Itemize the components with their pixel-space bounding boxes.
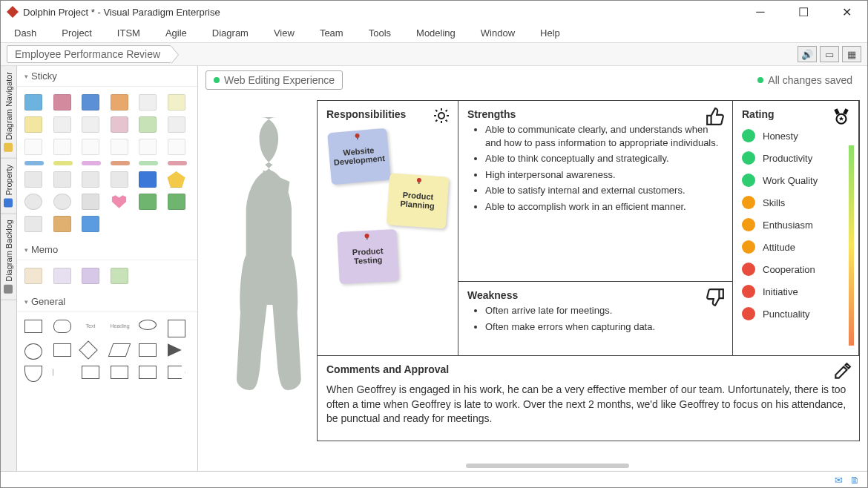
menu-view[interactable]: View <box>274 27 295 39</box>
palette-section-general[interactable]: General <box>17 291 197 312</box>
palette-shape-item[interactable] <box>53 171 71 188</box>
palette-shape-item[interactable] <box>139 171 157 188</box>
palette-sticky-item[interactable] <box>139 139 157 155</box>
palette-shape-item[interactable] <box>139 194 157 210</box>
menu-team[interactable]: Team <box>320 27 343 39</box>
menu-tools[interactable]: Tools <box>369 27 391 39</box>
maximize-button[interactable]: ☐ <box>789 5 818 19</box>
general-diamond[interactable] <box>79 340 97 359</box>
menu-modeling[interactable]: Modeling <box>416 27 456 39</box>
rating-item: Productivity <box>742 151 849 165</box>
sticky-note[interactable]: Product Planning <box>387 173 450 228</box>
palette-sticky-item[interactable] <box>24 94 42 111</box>
palette-sticky-item[interactable] <box>139 116 157 133</box>
breadcrumb[interactable]: Employee Performance Review <box>7 45 171 63</box>
toolbar-new-button[interactable]: ▦ <box>842 46 861 62</box>
palette-memo-item[interactable] <box>111 268 128 284</box>
palette-shape-item[interactable] <box>82 194 99 210</box>
palette-shape-item[interactable] <box>53 216 71 232</box>
palette-shape-item[interactable] <box>24 171 42 188</box>
palette-shape-item[interactable] <box>82 171 99 188</box>
general-octagon[interactable] <box>53 366 71 379</box>
palette-strip-item[interactable] <box>139 161 158 165</box>
palette-sticky-item[interactable] <box>24 139 42 155</box>
palette-sticky-item[interactable] <box>168 116 185 133</box>
palette-shape-item[interactable] <box>168 171 185 188</box>
minimize-button[interactable]: ─ <box>746 5 775 19</box>
rating-item: Skills <box>742 196 849 209</box>
close-button[interactable]: ✕ <box>832 5 861 19</box>
palette-shape-item[interactable] <box>168 194 185 210</box>
tab-property[interactable]: Property <box>1 159 16 214</box>
general-card[interactable] <box>111 366 128 379</box>
toolbar-layout-button[interactable]: ▭ <box>820 46 839 62</box>
general-text-icon[interactable]: Text <box>82 320 99 333</box>
menu-project[interactable]: Project <box>62 27 91 39</box>
menu-itsm[interactable]: ITSM <box>117 27 140 39</box>
general-rect[interactable] <box>24 320 42 333</box>
menu-diagram[interactable]: Diagram <box>212 27 249 39</box>
mail-icon[interactable]: ✉ <box>835 475 843 486</box>
horizontal-scrollbar[interactable] <box>466 464 629 468</box>
list-item: Able to accomplish work in an efficient … <box>485 200 723 214</box>
palette-shape-item[interactable] <box>24 216 42 232</box>
palette-memo-item[interactable] <box>24 268 42 284</box>
palette-strip-item[interactable] <box>168 161 187 165</box>
general-parallelogram[interactable] <box>108 343 131 357</box>
palette-sticky-item[interactable] <box>111 139 128 155</box>
general-card[interactable] <box>82 366 99 379</box>
palette-sticky-item[interactable] <box>168 94 185 111</box>
palette-sticky-item[interactable] <box>53 94 71 111</box>
edit-icon[interactable] <box>832 362 852 383</box>
sticky-note[interactable]: Website Development <box>327 128 391 185</box>
palette-strip-item[interactable] <box>82 161 101 165</box>
palette-memo-item[interactable] <box>82 268 99 284</box>
palette-sticky-item[interactable] <box>82 94 99 111</box>
thumbs-down-icon <box>706 288 725 309</box>
general-roundrect[interactable] <box>53 320 71 333</box>
palette-sticky-item[interactable] <box>139 94 157 111</box>
menu-window[interactable]: Window <box>481 27 515 39</box>
sticky-note[interactable]: Product Testing <box>337 229 399 284</box>
palette-sticky-item[interactable] <box>82 116 99 133</box>
rating-item: Initiative <box>742 285 849 298</box>
general-heading-icon[interactable]: Heading <box>111 320 128 333</box>
general-circle[interactable] <box>24 343 42 360</box>
tab-diagram-backlog[interactable]: Diagram Backlog <box>1 214 16 300</box>
menu-agile[interactable]: Agile <box>165 27 187 39</box>
tab-diagram-navigator[interactable]: Diagram Navigator <box>1 66 16 159</box>
palette-memo-item[interactable] <box>53 268 71 284</box>
palette-sticky-item[interactable] <box>111 94 128 111</box>
palette-sticky-item[interactable] <box>111 116 128 133</box>
menu-dash[interactable]: Dash <box>14 27 36 39</box>
menu-help[interactable]: Help <box>540 27 560 39</box>
general-card[interactable] <box>139 366 157 379</box>
status-chip-left[interactable]: Web Editing Experience <box>206 70 343 90</box>
general-square[interactable] <box>168 320 185 337</box>
general-rect[interactable] <box>53 343 71 357</box>
diagram-canvas[interactable]: Web Editing Experience All changes saved… <box>198 66 867 471</box>
palette-thumb-item[interactable] <box>82 216 99 232</box>
palette-strip-item[interactable] <box>24 161 44 165</box>
palette-sticky-item[interactable] <box>24 116 42 133</box>
palette-sticky-item[interactable] <box>82 139 99 155</box>
toolbar-announce-button[interactable]: 🔊 <box>798 46 817 62</box>
palette-sticky-item[interactable] <box>168 139 185 155</box>
general-cylinder[interactable] <box>24 366 42 382</box>
palette-sticky-item[interactable] <box>53 139 71 155</box>
general-oval[interactable] <box>139 320 157 330</box>
cell-weakness: Weakness Often arrive late for meetings.… <box>458 282 733 356</box>
palette-section-memo[interactable]: Memo <box>17 240 197 260</box>
palette-sticky-item[interactable] <box>53 116 71 133</box>
palette-strip-item[interactable] <box>111 161 130 165</box>
palette-shape-item[interactable] <box>24 194 42 210</box>
palette-section-sticky[interactable]: Sticky <box>17 66 197 87</box>
palette-shape-item[interactable] <box>111 171 128 188</box>
notes-icon[interactable]: 🗎 <box>850 475 860 486</box>
palette-shape-item[interactable] <box>53 194 71 210</box>
palette-strip-item[interactable] <box>53 161 73 165</box>
general-triangle[interactable] <box>168 343 185 357</box>
general-rect[interactable] <box>139 343 157 357</box>
palette-heart-item[interactable] <box>111 194 128 210</box>
general-arrow[interactable] <box>168 366 185 379</box>
